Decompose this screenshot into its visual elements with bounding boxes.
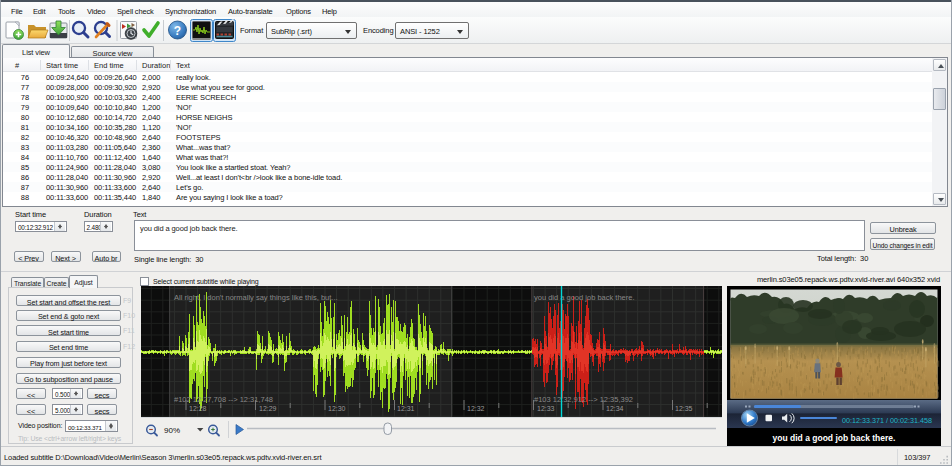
svg-text:90%: 90%: [164, 426, 180, 435]
svg-text:#102 12:27,708 --> 12:31,748: #102 12:27,708 --> 12:31,748: [174, 395, 273, 404]
svg-text:12:35: 12:35: [675, 405, 693, 412]
svg-text:12:32: 12:32: [467, 405, 485, 412]
svg-text:12:30: 12:30: [328, 405, 346, 412]
svg-text:00:12:33.371 / 00:02:31.458: 00:12:33.371 / 00:02:31.458: [842, 416, 932, 425]
svg-text:12:29: 12:29: [259, 405, 277, 412]
svg-text:12:31: 12:31: [397, 405, 415, 412]
svg-text:12:28: 12:28: [189, 405, 207, 412]
svg-text:All right, I don't normally s: All right, I don't normally say things l…: [174, 293, 338, 302]
svg-text:12:33: 12:33: [537, 405, 555, 412]
svg-text:12:34: 12:34: [606, 405, 624, 412]
svg-text:#103 12:32,912 --> 12:35,392: #103 12:32,912 --> 12:35,392: [534, 395, 633, 404]
svg-text:?: ?: [174, 24, 181, 38]
svg-text:you did a good job back there.: you did a good job back there.: [534, 293, 635, 302]
